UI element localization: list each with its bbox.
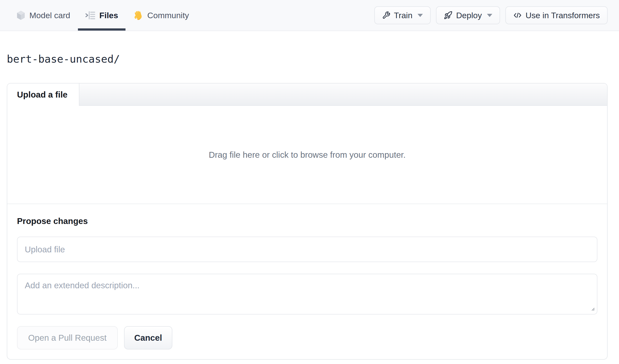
tab-community[interactable]: Community [133,0,189,30]
open-pull-request-button[interactable]: Open a Pull Request [17,326,118,350]
chevron-down-icon [418,14,423,17]
cube-icon [16,10,26,20]
tab-model-card[interactable]: Model card [16,0,70,30]
rocket-icon [444,11,452,20]
waving-hand-icon [133,10,143,20]
file-dropzone[interactable]: Drag file here or click to browse from y… [7,106,607,204]
train-button-label: Train [394,11,412,20]
propose-changes-section: Propose changes Open a Pull Request Canc… [7,204,607,359]
extended-description-textarea[interactable] [17,274,597,314]
propose-changes-heading: Propose changes [17,216,597,226]
use-in-transformers-label: Use in Transformers [526,11,600,20]
train-button[interactable]: Train [374,6,431,24]
chevron-down-icon [487,14,492,17]
code-icon [513,11,522,20]
use-in-transformers-button[interactable]: Use in Transformers [506,6,608,24]
tab-upload-a-file[interactable]: Upload a file [7,84,79,106]
upload-card-tabstrip: Upload a file [7,84,607,106]
header-actions: Train Deploy [374,0,608,30]
repo-tab-nav: Model card Files [16,0,189,30]
upload-card: Upload a file Drag file here or click to… [7,83,608,360]
dropzone-hint-text: Drag file here or click to browse from y… [209,150,406,160]
deploy-button[interactable]: Deploy [436,6,500,24]
tabstrip-filler [79,84,607,106]
tab-files[interactable]: Files [78,0,125,30]
tab-upload-a-file-label: Upload a file [17,90,68,99]
description-field-wrapper [17,274,597,314]
upload-file-input[interactable] [17,237,597,262]
wrench-icon [382,11,390,19]
repo-path[interactable]: bert-base-uncased/ [7,53,120,65]
tab-files-label: Files [99,11,118,19]
cancel-button[interactable]: Cancel [124,326,172,350]
breadcrumb: bert-base-uncased/ [7,53,619,65]
files-list-icon [85,11,95,20]
tab-community-label: Community [147,11,189,19]
repo-header-bar: Model card Files [0,0,619,31]
tab-model-card-label: Model card [29,11,70,19]
propose-actions-row: Open a Pull Request Cancel [17,326,597,350]
deploy-button-label: Deploy [456,11,482,20]
